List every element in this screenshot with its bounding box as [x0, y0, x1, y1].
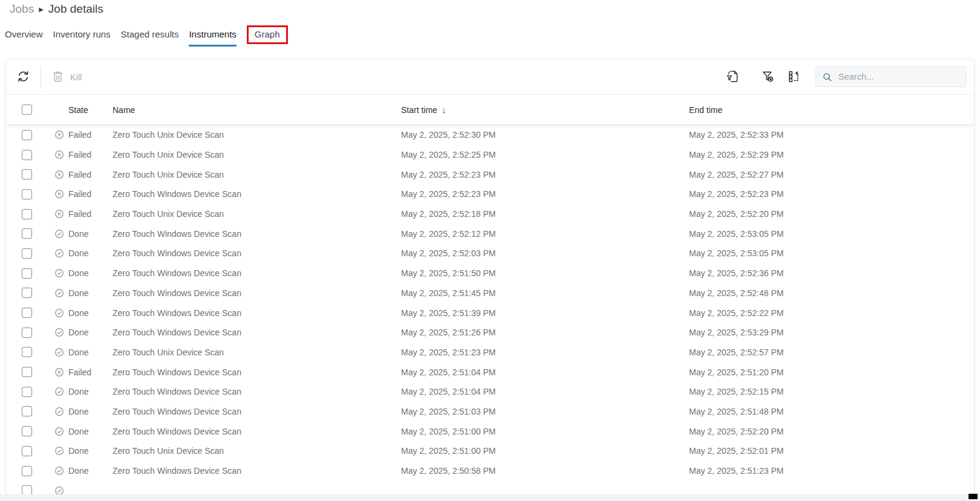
table-row[interactable]: Done Zero Touch Windows Device Scan May …	[6, 323, 974, 343]
row-checkbox[interactable]	[22, 169, 32, 179]
row-checkbox[interactable]	[22, 130, 32, 140]
instrument-name: Zero Touch Windows Device Scan	[108, 427, 401, 436]
column-header-name[interactable]: Name	[108, 105, 401, 115]
refresh-icon	[16, 69, 30, 85]
end-time: May 2, 2025, 2:53:29 PM	[689, 328, 974, 337]
kill-button[interactable]: Kill	[51, 59, 82, 95]
breadcrumb-jobs-link[interactable]: Jobs	[10, 2, 34, 16]
start-time: May 2, 2025, 2:51:50 PM	[401, 268, 689, 278]
row-checkbox[interactable]	[22, 228, 32, 239]
row-checkbox[interactable]	[22, 446, 32, 456]
instrument-name: Zero Touch Windows Device Scan	[108, 288, 401, 298]
row-checkbox[interactable]	[22, 347, 32, 357]
table-row[interactable]: Done Zero Touch Windows Device Scan May …	[6, 303, 974, 323]
table-row[interactable]: Done Zero Touch Windows Device Scan May …	[6, 244, 974, 263]
table-row[interactable]: Done Zero Touch Windows Device Scan May …	[6, 421, 974, 441]
row-checkbox[interactable]	[22, 466, 32, 476]
row-checkbox[interactable]	[22, 268, 32, 279]
instrument-name: Zero Touch Unix Device Scan	[108, 347, 401, 357]
end-time: May 2, 2025, 2:52:15 PM	[689, 387, 974, 396]
table-row[interactable]: Done Zero Touch Unix Device Scan May 2, …	[6, 343, 974, 363]
table-row[interactable]: Failed Zero Touch Windows Device Scan Ma…	[6, 362, 974, 382]
state-label: Done	[68, 229, 88, 239]
row-checkbox[interactable]	[22, 189, 32, 199]
table-body: Failed Zero Touch Unix Device Scan May 2…	[6, 125, 974, 494]
table-row[interactable]: Failed Zero Touch Unix Device Scan May 2…	[6, 204, 974, 224]
row-checkbox[interactable]	[22, 150, 32, 160]
export-filtered-button[interactable]	[724, 59, 740, 95]
end-time: May 2, 2025, 2:52:01 PM	[689, 446, 974, 456]
state-done-icon	[54, 268, 64, 278]
row-checkbox[interactable]	[22, 367, 32, 377]
tab-label: Instruments	[189, 29, 236, 39]
tab-label: Graph	[255, 29, 280, 39]
table-row[interactable]: Failed Zero Touch Unix Device Scan May 2…	[6, 145, 974, 165]
start-time: May 2, 2025, 2:51:00 PM	[401, 446, 689, 456]
start-time: May 2, 2025, 2:50:58 PM	[401, 466, 689, 476]
row-checkbox[interactable]	[22, 406, 32, 416]
row-checkbox[interactable]	[22, 209, 32, 219]
table-row[interactable]: Done Zero Touch Windows Device Scan May …	[6, 224, 974, 244]
end-time: May 2, 2025, 2:52:36 PM	[689, 268, 974, 278]
clear-filter-button[interactable]	[760, 59, 776, 95]
state-done-icon	[54, 229, 64, 239]
table-row[interactable]: Failed Zero Touch Windows Device Scan Ma…	[6, 184, 974, 204]
choose-columns-button[interactable]	[786, 59, 802, 95]
column-header-start-time[interactable]: Start time ↓	[401, 105, 689, 115]
state-label: Failed	[68, 189, 91, 199]
table-row[interactable]: Done Zero Touch Windows Device Scan May …	[6, 382, 974, 402]
tab-instruments[interactable]: Instruments	[189, 25, 236, 47]
toolbar-divider	[41, 66, 41, 88]
tab-overview[interactable]: Overview	[5, 25, 43, 47]
start-time: May 2, 2025, 2:52:23 PM	[401, 189, 689, 199]
select-all-checkbox[interactable]	[22, 105, 32, 115]
tab-staged-results[interactable]: Staged results	[121, 25, 179, 47]
table-row[interactable]	[6, 480, 974, 494]
table-row[interactable]: Failed Zero Touch Unix Device Scan May 2…	[6, 125, 974, 145]
start-time: May 2, 2025, 2:51:23 PM	[401, 347, 689, 357]
state-failed-icon	[54, 150, 64, 160]
end-time: May 2, 2025, 2:52:22 PM	[689, 308, 974, 318]
search-input[interactable]	[838, 72, 960, 82]
state-failed-icon	[54, 189, 64, 199]
column-header-end-time[interactable]: End time	[689, 105, 974, 115]
row-checkbox[interactable]	[22, 485, 32, 494]
state-label: Failed	[68, 170, 91, 179]
table-row[interactable]: Done Zero Touch Windows Device Scan May …	[6, 263, 974, 283]
start-time: May 2, 2025, 2:51:39 PM	[401, 308, 689, 318]
instrument-name: Zero Touch Windows Device Scan	[108, 387, 401, 396]
row-checkbox[interactable]	[22, 288, 32, 298]
choose-columns-icon	[787, 69, 801, 85]
state-label: Failed	[68, 150, 91, 160]
refresh-button[interactable]	[16, 59, 30, 95]
tab-graph[interactable]: Graph	[247, 25, 288, 44]
instruments-panel: Kill	[6, 59, 974, 494]
column-header-state[interactable]: State	[41, 105, 108, 115]
breadcrumb-separator-icon: ▶	[39, 6, 44, 13]
state-label: Done	[68, 387, 88, 396]
row-checkbox[interactable]	[22, 328, 32, 338]
row-checkbox[interactable]	[22, 426, 32, 436]
state-label: Failed	[68, 367, 91, 377]
export-filtered-icon	[725, 69, 739, 85]
row-checkbox[interactable]	[22, 248, 32, 259]
end-time: May 2, 2025, 2:51:48 PM	[689, 407, 974, 416]
table-row[interactable]: Done Zero Touch Windows Device Scan May …	[6, 402, 974, 422]
row-checkbox[interactable]	[22, 387, 32, 397]
cursor-artifact	[969, 494, 978, 499]
tab-inventory-runs[interactable]: Inventory runs	[53, 25, 111, 47]
trash-icon	[51, 69, 64, 85]
start-time: May 2, 2025, 2:52:18 PM	[401, 209, 689, 219]
instrument-name: Zero Touch Windows Device Scan	[108, 268, 401, 278]
table-row[interactable]: Done Zero Touch Windows Device Scan May …	[6, 461, 974, 481]
state-label: Done	[68, 466, 88, 476]
table-row[interactable]: Done Zero Touch Windows Device Scan May …	[6, 283, 974, 303]
table-row[interactable]: Done Zero Touch Unix Device Scan May 2, …	[6, 441, 974, 461]
state-done-icon	[54, 248, 64, 258]
table-row[interactable]: Failed Zero Touch Unix Device Scan May 2…	[6, 164, 974, 184]
instrument-name: Zero Touch Windows Device Scan	[108, 308, 401, 318]
row-checkbox[interactable]	[22, 308, 32, 318]
state-done-icon	[54, 328, 64, 337]
start-time: May 2, 2025, 2:52:25 PM	[401, 150, 689, 160]
start-time: May 2, 2025, 2:52:03 PM	[401, 248, 689, 258]
